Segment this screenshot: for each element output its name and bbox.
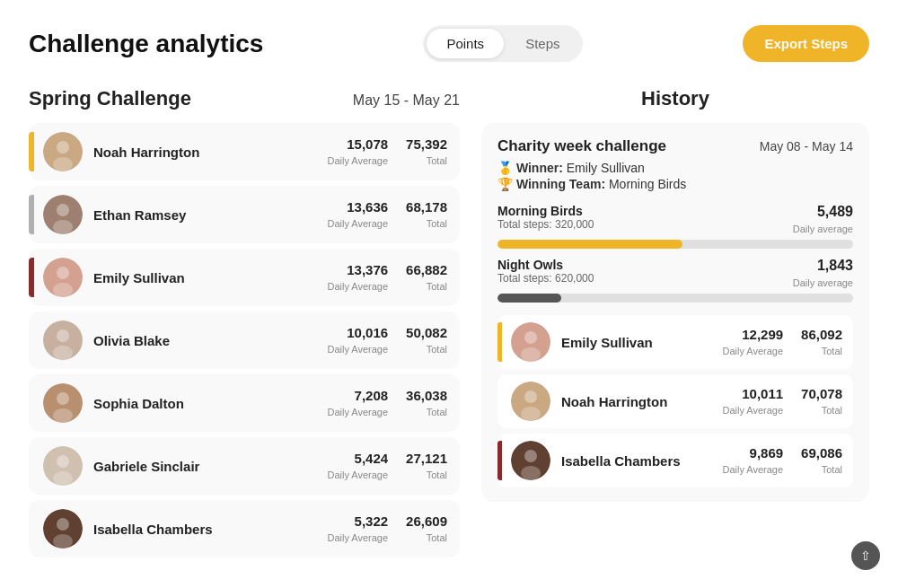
history-leaderboard-row: Emily Sullivan 12,299 Daily Average 86,0… bbox=[497, 315, 853, 369]
total-label: Total bbox=[427, 344, 447, 355]
history-leaderboard-row: Noah Harrington 10,011 Daily Average 70,… bbox=[497, 374, 853, 428]
team-name: Morning Birds bbox=[497, 204, 594, 218]
svg-point-28 bbox=[524, 450, 537, 462]
left-panel: Spring Challenge May 15 - May 21 Noah Ha… bbox=[29, 87, 460, 557]
daily-avg-block: 13,636 Daily Average bbox=[327, 199, 388, 231]
daily-avg-value: 5,424 bbox=[327, 451, 388, 466]
svg-point-13 bbox=[57, 392, 69, 405]
team-row: Night Owls Total steps: 620,000 1,843 Da… bbox=[497, 258, 853, 303]
svg-point-20 bbox=[53, 534, 73, 549]
total-label: Total bbox=[427, 470, 447, 480]
rank-bar bbox=[29, 195, 34, 234]
total-value: 27,121 bbox=[406, 451, 447, 466]
svg-point-23 bbox=[521, 347, 541, 362]
total-label: Total bbox=[427, 155, 447, 166]
winning-team-name: Morning Birds bbox=[609, 177, 686, 191]
total-label: Total bbox=[822, 405, 842, 416]
avatar bbox=[43, 320, 83, 360]
avatar bbox=[43, 383, 83, 423]
daily-avg-block: 10,016 Daily Average bbox=[327, 325, 388, 356]
history-rank-bar bbox=[497, 441, 502, 480]
steps-toggle[interactable]: Steps bbox=[506, 29, 579, 58]
history-leaderboard-row: Isabella Chambers 9,869 Daily Average 69… bbox=[497, 434, 853, 487]
stats: 12,299 Daily Average 86,092 Total bbox=[722, 327, 842, 358]
total-value: 68,178 bbox=[406, 199, 447, 215]
total-value: 26,609 bbox=[406, 513, 447, 529]
winner-info: 🥇 Winner: Emily Sullivan 🏆 Winning Team:… bbox=[497, 161, 853, 191]
history-rank-bar bbox=[497, 382, 502, 421]
svg-point-7 bbox=[57, 267, 69, 279]
export-button[interactable]: Export Steps bbox=[743, 25, 869, 62]
daily-avg-block: 5,322 Daily Average bbox=[327, 513, 388, 545]
stats: 15,078 Daily Average 75,392 Total bbox=[327, 136, 447, 168]
daily-avg-label: Daily Average bbox=[327, 218, 388, 229]
leaderboard-row: Sophia Dalton 7,208 Daily Average 36,038… bbox=[29, 374, 460, 432]
leaderboard-row: Ethan Ramsey 13,636 Daily Average 68,178… bbox=[29, 186, 460, 243]
svg-point-2 bbox=[53, 157, 73, 171]
team-daily: 1,843 Daily average bbox=[793, 258, 853, 290]
person-name: Isabella Chambers bbox=[93, 522, 327, 537]
daily-avg-value: 10,011 bbox=[722, 386, 783, 401]
stats: 13,636 Daily Average 68,178 Total bbox=[327, 199, 447, 231]
team-row: Morning Birds Total steps: 320,000 5,489… bbox=[497, 204, 853, 249]
svg-point-25 bbox=[524, 391, 537, 403]
team-info: Morning Birds Total steps: 320,000 bbox=[497, 204, 594, 231]
total-value: 66,882 bbox=[406, 262, 447, 277]
team-info: Night Owls Total steps: 620,000 bbox=[497, 258, 594, 285]
daily-avg-value: 5,322 bbox=[327, 513, 388, 529]
stats: 9,869 Daily Average 69,086 Total bbox=[722, 445, 842, 477]
person-name: Emily Sullivan bbox=[93, 270, 327, 285]
team-daily-label: Daily average bbox=[793, 224, 853, 234]
total-block: 27,121 Total bbox=[406, 451, 447, 482]
history-challenge-name: Charity week challenge bbox=[497, 137, 666, 155]
team-daily: 5,489 Daily average bbox=[793, 204, 853, 236]
progress-bar-fill bbox=[497, 294, 561, 303]
total-label: Total bbox=[427, 532, 447, 543]
total-label: Total bbox=[822, 464, 842, 475]
total-block: 75,392 Total bbox=[406, 136, 447, 168]
svg-point-26 bbox=[521, 407, 541, 421]
history-rank-bar bbox=[497, 322, 502, 362]
daily-avg-block: 13,376 Daily Average bbox=[327, 262, 388, 294]
total-block: 68,178 Total bbox=[406, 199, 447, 231]
team-daily-value: 5,489 bbox=[793, 204, 853, 220]
daily-avg-label: Daily Average bbox=[327, 155, 388, 166]
daily-avg-label: Daily Average bbox=[327, 344, 388, 355]
team-section: Morning Birds Total steps: 320,000 5,489… bbox=[497, 204, 853, 303]
points-toggle[interactable]: Points bbox=[427, 29, 504, 58]
total-label: Total bbox=[427, 281, 447, 292]
person-name: Noah Harrington bbox=[561, 394, 722, 409]
person-name: Emily Sullivan bbox=[561, 335, 722, 350]
rank-bar bbox=[29, 446, 34, 486]
svg-point-17 bbox=[53, 471, 73, 486]
person-name: Sophia Dalton bbox=[93, 396, 327, 411]
person-name: Isabella Chambers bbox=[561, 453, 722, 469]
team-row-header: Night Owls Total steps: 620,000 1,843 Da… bbox=[497, 258, 853, 290]
daily-avg-label: Daily Average bbox=[722, 405, 783, 416]
daily-avg-label: Daily Average bbox=[327, 470, 388, 480]
stats: 7,208 Daily Average 36,038 Total bbox=[327, 388, 447, 419]
person-name: Olivia Blake bbox=[93, 333, 327, 348]
avatar bbox=[43, 258, 83, 297]
daily-avg-block: 10,011 Daily Average bbox=[722, 386, 783, 417]
rank-bar bbox=[29, 320, 34, 360]
leaderboard-row: Emily Sullivan 13,376 Daily Average 66,8… bbox=[29, 249, 460, 306]
rank-bar bbox=[29, 132, 34, 171]
avatar bbox=[43, 509, 83, 549]
total-block: 26,609 Total bbox=[406, 513, 447, 545]
total-block: 69,086 Total bbox=[801, 445, 842, 477]
svg-point-16 bbox=[57, 455, 69, 468]
winning-team-line: 🏆 Winning Team: Morning Birds bbox=[497, 177, 853, 191]
daily-avg-block: 9,869 Daily Average bbox=[722, 445, 783, 477]
svg-point-1 bbox=[57, 141, 69, 154]
total-value: 86,092 bbox=[801, 327, 842, 342]
stats: 5,322 Daily Average 26,609 Total bbox=[327, 513, 447, 545]
daily-avg-block: 15,078 Daily Average bbox=[327, 136, 388, 168]
progress-bar-bg bbox=[497, 294, 853, 303]
progress-bar-fill bbox=[497, 240, 682, 249]
winner-line: 🥇 Winner: Emily Sullivan bbox=[497, 161, 853, 175]
avatar bbox=[43, 132, 83, 171]
total-value: 70,078 bbox=[801, 386, 842, 401]
total-block: 66,882 Total bbox=[406, 262, 447, 294]
scroll-to-top-button[interactable]: ⇧ bbox=[851, 541, 880, 570]
